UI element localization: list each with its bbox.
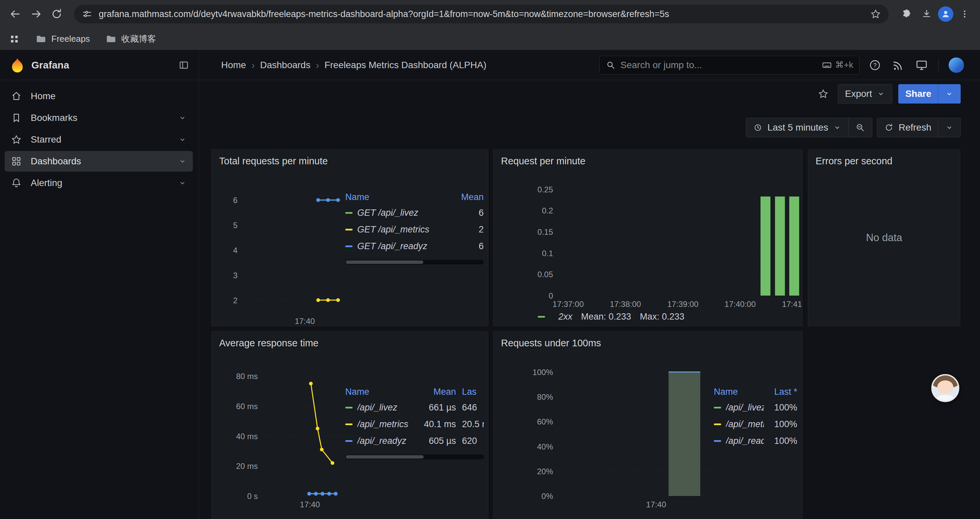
sidebar-item-home[interactable]: Home <box>5 86 193 107</box>
legend-scrollbar[interactable] <box>345 260 484 265</box>
breadcrumb-home[interactable]: Home <box>221 60 246 70</box>
requests-under-100ms-chart[interactable]: 100%80%60%40%20%0%17:40 <box>498 363 715 509</box>
site-info-icon[interactable] <box>81 8 93 20</box>
panel-title[interactable]: Request per minute <box>494 150 802 172</box>
request-per-minute-legend[interactable]: 2xx Mean: 0.233 Max: 0.233 <box>538 311 684 322</box>
average-response-chart[interactable]: 80 ms60 ms40 ms20 ms0 s17:40 <box>216 363 363 509</box>
legend-row[interactable]: GET /api/_metrics 2 <box>345 221 484 238</box>
chevron-down-icon[interactable] <box>178 135 187 144</box>
legend-row[interactable]: GET /api/_readyz 6 <box>345 238 484 254</box>
no-data-message: No data <box>808 150 960 326</box>
assistant-avatar[interactable] <box>931 374 959 402</box>
scrollbar-thumb[interactable] <box>346 260 423 264</box>
back-icon[interactable] <box>6 5 25 23</box>
legend-col-name[interactable]: Name <box>345 387 416 397</box>
legend-row[interactable]: /api/_livez 100% <box>714 399 797 416</box>
series-swatch <box>345 407 353 409</box>
legend-col-name[interactable]: Name <box>345 192 453 203</box>
reload-icon[interactable] <box>48 5 66 23</box>
refresh-icon <box>884 123 894 133</box>
keyboard-icon <box>822 60 832 70</box>
request-per-minute-chart[interactable]: 0.250.20.150.10.05017:37:0017:38:0017:39… <box>498 180 802 309</box>
panel-title[interactable]: Total requests per minute <box>212 150 488 172</box>
legend-row[interactable]: /api/_metrics 100% <box>714 416 797 433</box>
legend-row[interactable]: /api/_livez 661 µs 646 <box>345 399 484 416</box>
sidebar-item-bookmarks[interactable]: Bookmarks <box>5 107 193 128</box>
sidebar-item-alerting[interactable]: Alerting <box>5 172 193 193</box>
sidebar-toggle-icon[interactable] <box>178 59 189 71</box>
series-name: GET /api/_livez <box>357 208 453 218</box>
apps-grid-icon[interactable] <box>9 34 20 45</box>
time-range-picker[interactable]: Last 5 minutes <box>746 118 848 137</box>
search-box[interactable]: ⌘+k <box>600 56 859 75</box>
downloads-icon[interactable] <box>917 5 936 23</box>
series-name: 2xx <box>558 311 573 322</box>
scrollbar-thumb[interactable] <box>346 455 424 458</box>
chevron-down-icon[interactable] <box>178 157 187 166</box>
grafana-logo-icon[interactable] <box>10 57 25 73</box>
url-bar[interactable] <box>74 5 889 23</box>
refresh-button[interactable]: Refresh <box>877 118 938 137</box>
legend-row[interactable]: /api/_metrics 40.1 ms 20.5 r <box>345 416 484 433</box>
legend-col-last[interactable]: Last * <box>764 387 797 397</box>
legend-row[interactable]: GET /api/_livez 6 <box>345 204 484 221</box>
chevron-down-icon[interactable] <box>178 113 187 122</box>
share-menu-chevron[interactable] <box>938 85 960 103</box>
series-swatch <box>345 212 353 214</box>
export-label: Export <box>845 88 872 99</box>
bookmark-folder-freeleaps[interactable]: Freeleaps <box>35 34 90 45</box>
forward-icon[interactable] <box>27 5 45 23</box>
bookmark-star-icon[interactable] <box>870 8 881 20</box>
favorite-star-icon[interactable] <box>815 85 832 102</box>
refresh-interval-chevron[interactable] <box>938 118 960 137</box>
bookmark-label: Freeleaps <box>51 34 90 44</box>
svg-text:17:40: 17:40 <box>646 500 666 509</box>
chevron-down-icon[interactable] <box>178 179 187 187</box>
svg-text:80 ms: 80 ms <box>236 372 258 381</box>
zoom-out-icon <box>855 123 865 133</box>
sidebar-item-starred[interactable]: Starred <box>5 129 193 150</box>
legend-col-name[interactable]: Name <box>714 387 764 397</box>
legend-col-mean[interactable]: Mean <box>453 192 484 203</box>
series-swatch <box>345 246 353 247</box>
user-avatar[interactable] <box>949 57 964 73</box>
sidebar-item-dashboards[interactable]: Dashboards <box>5 151 193 172</box>
breadcrumb-dashboards[interactable]: Dashboards <box>260 60 310 70</box>
chevron-down-icon <box>945 89 954 98</box>
panel-title[interactable]: Average response time <box>212 332 488 355</box>
legend-header: Name Last * <box>714 385 797 399</box>
svg-text:0: 0 <box>549 291 553 300</box>
share-button[interactable]: Share <box>899 85 938 103</box>
grafana-header: Grafana Home › Dashboards › Freeleaps Me… <box>0 50 980 80</box>
legend-row[interactable]: /api/_readyz 100% <box>714 433 797 449</box>
panel-title[interactable]: Requests under 100ms <box>494 332 802 355</box>
bookmark-folder-blog[interactable]: 收藏博客 <box>105 33 156 45</box>
series-swatch <box>714 407 721 409</box>
profile-avatar[interactable] <box>938 6 953 22</box>
search-input[interactable] <box>620 60 817 70</box>
sidebar: Home Bookmarks Starred <box>0 80 199 519</box>
url-input[interactable] <box>99 9 864 19</box>
svg-text:60%: 60% <box>537 417 553 426</box>
sidebar-item-label: Dashboards <box>31 156 81 167</box>
legend-col-last[interactable]: Las <box>456 387 484 397</box>
refresh-button-group: Refresh <box>877 118 961 137</box>
breadcrumb-current: Freeleaps Metrics Dashboard (ALPHA) <box>325 60 487 70</box>
browser-menu-icon[interactable] <box>955 5 974 23</box>
total-requests-chart[interactable]: 6543217:40 <box>216 180 360 326</box>
help-icon[interactable]: ? <box>868 58 881 72</box>
screen: Freeleaps 收藏博客 Grafana Home › Dashboards <box>0 0 980 519</box>
home-icon <box>11 91 22 102</box>
svg-text:20 ms: 20 ms <box>236 462 258 471</box>
extensions-icon[interactable] <box>897 5 915 23</box>
breadcrumb-separator: › <box>251 59 255 71</box>
search-icon <box>606 60 616 70</box>
legend-scrollbar[interactable] <box>345 455 484 459</box>
legend-col-mean[interactable]: Mean <box>416 387 456 397</box>
monitor-icon[interactable] <box>915 58 928 72</box>
svg-text:17:40: 17:40 <box>300 500 320 509</box>
legend-row[interactable]: /api/_readyz 605 µs 620 <box>345 433 484 449</box>
news-rss-icon[interactable] <box>892 58 905 72</box>
export-button[interactable]: Export <box>838 84 892 104</box>
zoom-out-button[interactable] <box>848 118 872 137</box>
